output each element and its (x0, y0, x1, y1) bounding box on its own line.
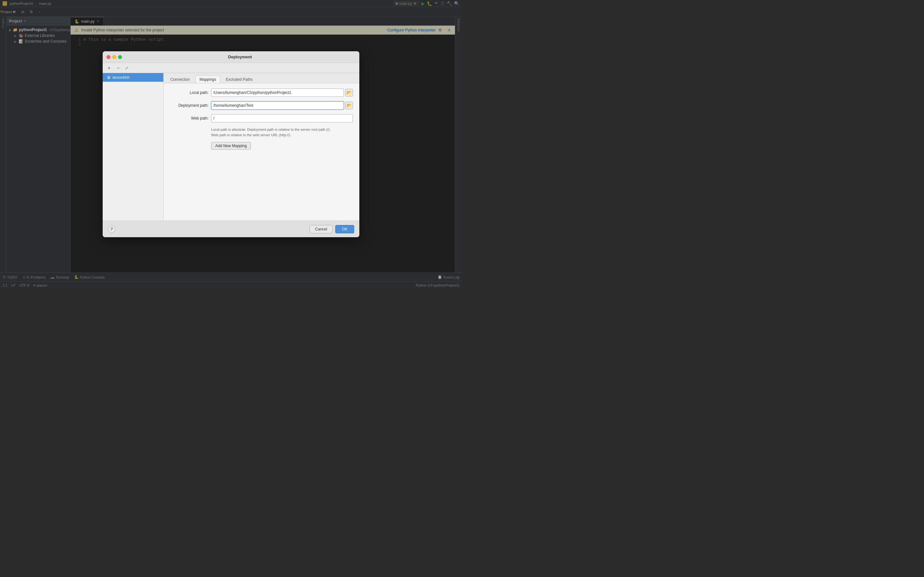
local-path-input[interactable] (211, 89, 344, 97)
dialog-footer: ? Cancel OK (103, 221, 359, 237)
add-server-btn[interactable]: + (105, 64, 113, 72)
ide-background: 🐍 pythonProject1 – main.py ▶ main.py ▼ ▶… (0, 0, 462, 288)
tab-connection[interactable]: Connection (166, 76, 194, 83)
confirm-btn[interactable]: ✓ (123, 64, 131, 72)
server-list-item-lemonhhh[interactable]: 🖥 lemonhhh (103, 73, 163, 82)
minimize-window-btn[interactable] (112, 55, 116, 59)
dialog-right-panel: Connection Mappings Excluded Paths Local… (164, 73, 359, 221)
tab-excluded-paths[interactable]: Excluded Paths (222, 76, 257, 83)
footer-buttons: Cancel OK (310, 225, 354, 234)
browse-folder-icon-2: 📂 (347, 103, 352, 108)
dialog-body: 🖥 lemonhhh Connection Mappings Excluded … (103, 73, 359, 221)
ok-btn[interactable]: OK (335, 225, 354, 234)
browse-folder-icon: 📂 (347, 90, 352, 95)
dialog-title: Deployment (124, 55, 355, 59)
server-item-label: lemonhhh (113, 75, 129, 80)
local-path-label: Local path: (170, 90, 208, 95)
dialog-toolbar: + − ✓ (103, 63, 359, 73)
local-path-input-wrap: 📂 (211, 89, 353, 97)
deployment-path-row: Deployment path: 📂 (170, 101, 353, 110)
remove-server-btn[interactable]: − (114, 64, 122, 72)
cancel-btn[interactable]: Cancel (310, 225, 333, 234)
help-btn[interactable]: ? (108, 226, 115, 233)
mappings-content: Local path: 📂 Deployment path: (164, 83, 359, 221)
info-text: Local path is absolute. Deployment path … (170, 127, 353, 137)
deployment-path-input[interactable] (211, 101, 344, 110)
web-path-input[interactable] (211, 114, 353, 122)
deployment-path-label: Deployment path: (170, 103, 208, 108)
maximize-window-btn[interactable] (118, 55, 122, 59)
local-path-row: Local path: 📂 (170, 89, 353, 97)
info-line-2: Web path is relative to the web server U… (211, 132, 353, 138)
add-new-mapping-btn[interactable]: Add New Mapping (211, 142, 251, 150)
server-icon: 🖥 (107, 75, 111, 80)
dialog-overlay: Deployment + − ✓ 🖥 lemonhhh (0, 0, 462, 288)
deployment-path-input-wrap: 📂 (211, 101, 353, 110)
dialog-tab-bar: Connection Mappings Excluded Paths (164, 73, 359, 83)
web-path-label: Web path: (170, 116, 208, 121)
web-path-input-wrap (211, 114, 353, 122)
deployment-dialog: Deployment + − ✓ 🖥 lemonhhh (103, 51, 359, 237)
dialog-title-bar: Deployment (103, 51, 359, 63)
traffic-lights (107, 55, 122, 59)
tab-mappings[interactable]: Mappings (195, 76, 220, 83)
deployment-path-browse-btn[interactable]: 📂 (345, 102, 353, 109)
close-window-btn[interactable] (107, 55, 110, 59)
info-line-1: Local path is absolute. Deployment path … (211, 127, 353, 132)
web-path-row: Web path: (170, 114, 353, 122)
local-path-browse-btn[interactable]: 📂 (345, 89, 353, 97)
server-list: 🖥 lemonhhh (103, 73, 164, 221)
